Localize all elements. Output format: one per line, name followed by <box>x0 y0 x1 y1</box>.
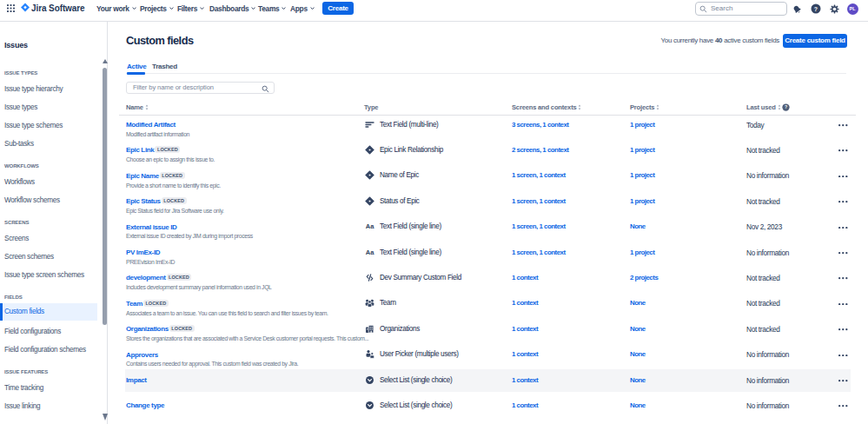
svg-text:Aa: Aa <box>366 222 374 230</box>
svg-text:Aa: Aa <box>366 248 374 256</box>
svg-text:?: ? <box>785 104 787 109</box>
svg-text:?: ? <box>813 6 817 12</box>
